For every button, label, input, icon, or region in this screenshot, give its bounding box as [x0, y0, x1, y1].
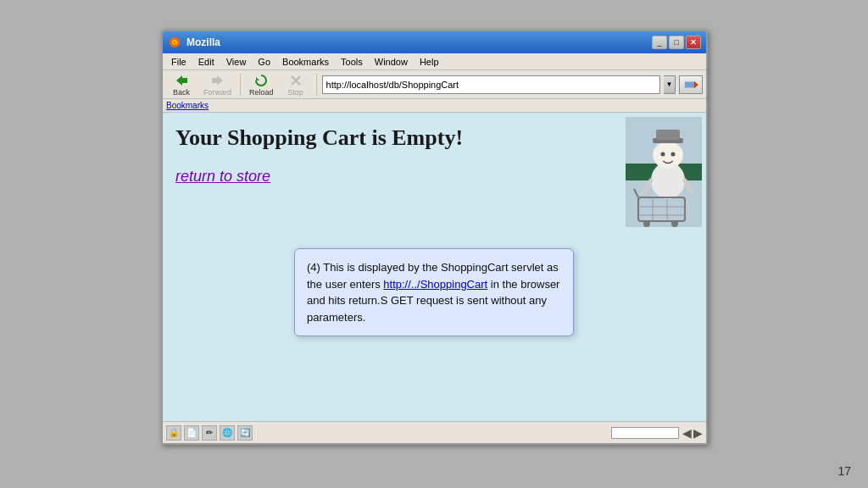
- status-icon-1: 🔒: [166, 425, 181, 441]
- progress-bar-container: [611, 427, 679, 439]
- maximize-button[interactable]: □: [669, 36, 684, 49]
- address-dropdown[interactable]: ▼: [664, 75, 676, 94]
- menu-bar: File Edit View Go Bookmarks Tools Window…: [163, 53, 706, 70]
- menu-window[interactable]: Window: [370, 56, 413, 68]
- forward-button[interactable]: Forward: [200, 71, 235, 98]
- browser-window: Mozilla _ □ ✕ File Edit View Go Bookmark…: [161, 30, 708, 445]
- svg-point-24: [643, 220, 650, 227]
- toolbar: Back Forward Reload Stop: [163, 70, 706, 99]
- secondary-toolbar: Bookmarks: [163, 99, 706, 113]
- status-icon-3: ✏: [202, 425, 217, 441]
- nav-right-icon[interactable]: ▶: [693, 426, 703, 440]
- go-button[interactable]: [679, 75, 703, 94]
- nav-arrows: ◀ ▶: [682, 426, 703, 440]
- svg-rect-10: [685, 81, 694, 87]
- svg-rect-17: [656, 130, 680, 140]
- mozilla-icon: [168, 36, 181, 49]
- url-text: http://localhost/db/ShoppingCart: [326, 80, 459, 90]
- page-content: Your Shopping Cart is Empty! return to s…: [163, 113, 706, 421]
- toolbar-separator-1: [240, 74, 241, 96]
- title-bar: Mozilla _ □ ✕: [163, 31, 706, 53]
- return-to-store-link[interactable]: return to store: [175, 168, 270, 186]
- address-bar-wrapper: http://localhost/db/ShoppingCart ▼: [322, 75, 703, 94]
- page-title: Your Shopping Cart is Empty!: [175, 125, 693, 151]
- svg-marker-11: [694, 80, 698, 88]
- menu-file[interactable]: File: [166, 56, 192, 68]
- address-bar[interactable]: http://localhost/db/ShoppingCart: [322, 75, 660, 94]
- status-icons: 🔒 📄 ✏ 🌐 🔄: [166, 425, 253, 441]
- menu-edit[interactable]: Edit: [193, 56, 220, 68]
- svg-marker-7: [256, 77, 259, 80]
- svg-point-2: [174, 42, 176, 44]
- svg-point-19: [671, 152, 676, 157]
- minimize-button[interactable]: _: [652, 36, 667, 49]
- menu-go[interactable]: Go: [253, 56, 275, 68]
- status-bar: 🔒 📄 ✏ 🌐 🔄 ◀ ▶: [163, 421, 706, 443]
- status-progress: ◀ ▶: [611, 426, 703, 440]
- menu-tools[interactable]: Tools: [336, 56, 368, 68]
- svg-marker-5: [217, 75, 223, 86]
- svg-rect-4: [182, 78, 187, 83]
- menu-bookmarks[interactable]: Bookmarks: [277, 56, 334, 68]
- menu-help[interactable]: Help: [415, 56, 444, 68]
- annotation-box: (4) This is displayed by the ShoppingCar…: [294, 248, 574, 336]
- annotation-link[interactable]: http://../ShoppingCart: [383, 278, 487, 291]
- window-buttons: _ □ ✕: [652, 36, 701, 49]
- reload-button[interactable]: Reload: [246, 71, 277, 98]
- status-icon-2: 📄: [184, 425, 199, 441]
- nav-left-icon[interactable]: ◀: [682, 426, 692, 440]
- stop-button[interactable]: Stop: [281, 71, 311, 98]
- menu-view[interactable]: View: [221, 56, 252, 68]
- svg-point-15: [653, 141, 683, 169]
- back-button[interactable]: Back: [166, 71, 197, 98]
- svg-point-25: [671, 220, 678, 227]
- bookmarks-shortcut[interactable]: Bookmarks: [166, 101, 209, 110]
- title-bar-text: Mozilla: [186, 36, 652, 48]
- slide-number: 17: [837, 464, 851, 478]
- svg-marker-3: [176, 75, 182, 86]
- svg-point-18: [661, 152, 665, 157]
- cart-mascot-area: [626, 117, 702, 227]
- svg-rect-6: [212, 78, 217, 83]
- close-button[interactable]: ✕: [686, 36, 701, 49]
- status-icon-4: 🌐: [220, 425, 235, 441]
- toolbar-separator-2: [316, 74, 317, 96]
- status-icon-5: 🔄: [237, 425, 253, 441]
